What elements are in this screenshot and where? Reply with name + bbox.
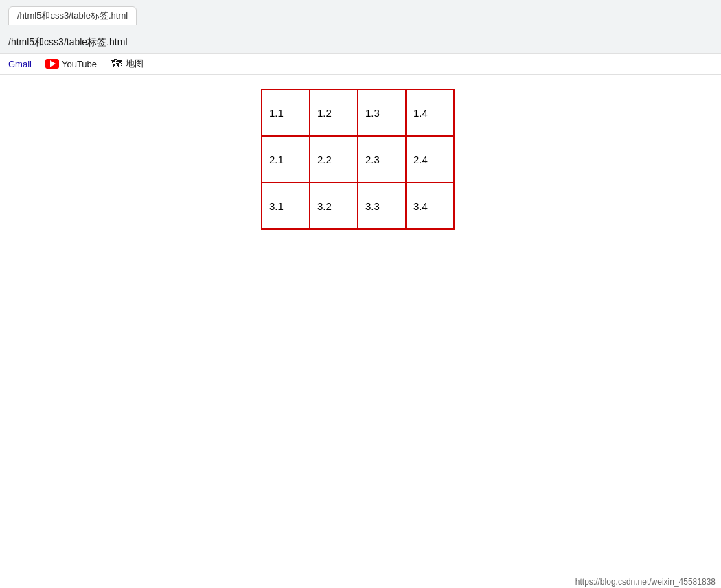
table-cell-3-2: 3.2 [310, 183, 358, 229]
table-row: 2.12.22.32.4 [262, 136, 454, 183]
table-cell-1-4: 1.4 [406, 89, 454, 136]
tab-bar: /html5和css3/table标签.html [0, 0, 721, 32]
table-cell-3-3: 3.3 [358, 183, 406, 229]
bookmark-maps[interactable]: 🗺 地图 [108, 56, 146, 71]
table-cell-1-2: 1.2 [310, 89, 358, 136]
bookmarks-bar: Gmail YouTube 🗺 地图 [0, 54, 721, 75]
youtube-icon [45, 59, 59, 69]
table-cell-3-4: 3.4 [406, 183, 454, 229]
active-tab[interactable]: /html5和css3/table标签.html [8, 6, 137, 25]
table-row: 1.11.21.31.4 [262, 89, 454, 136]
table-cell-1-3: 1.3 [358, 89, 406, 136]
table-cell-2-4: 2.4 [406, 136, 454, 183]
table-cell-2-3: 2.3 [358, 136, 406, 183]
tab-title: /html5和css3/table标签.html [17, 10, 128, 21]
table-row: 3.13.23.33.4 [262, 183, 454, 229]
address-bar[interactable]: /html5和css3/table标签.html [0, 32, 721, 54]
youtube-label: YouTube [62, 59, 97, 69]
bookmark-gmail[interactable]: Gmail [5, 58, 34, 71]
maps-label: 地图 [126, 58, 144, 70]
page-content: 1.11.21.31.42.12.22.32.43.13.23.33.4 [0, 75, 721, 555]
table-cell-3-1: 3.1 [262, 183, 310, 229]
table-cell-2-2: 2.2 [310, 136, 358, 183]
table-wrapper: 1.11.21.31.42.12.22.32.43.13.23.33.4 [261, 89, 455, 541]
table-cell-2-1: 2.1 [262, 136, 310, 183]
table-cell-1-1: 1.1 [262, 89, 310, 136]
maps-icon: 🗺 [111, 58, 123, 70]
youtube-play-icon [50, 60, 56, 67]
main-table: 1.11.21.31.42.12.22.32.43.13.23.33.4 [261, 89, 455, 230]
address-text: /html5和css3/table标签.html [8, 36, 128, 47]
bookmark-youtube[interactable]: YouTube [43, 58, 100, 71]
gmail-label: Gmail [8, 59, 32, 69]
